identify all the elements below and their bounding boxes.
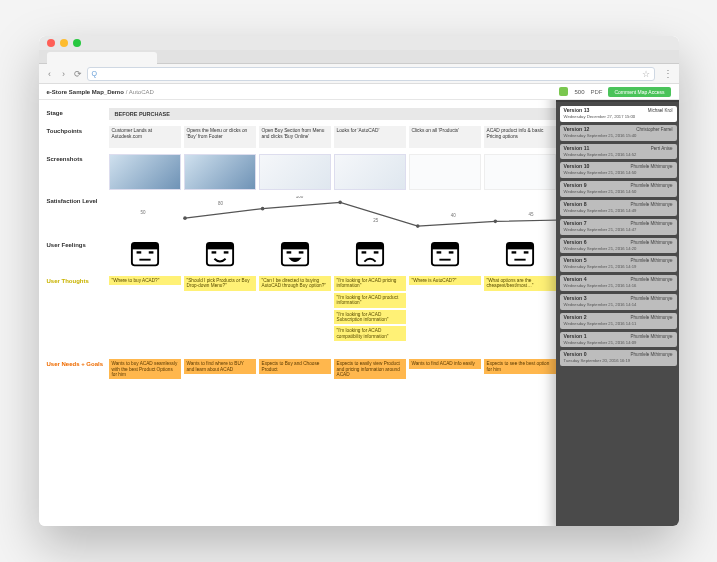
- back-icon[interactable]: ‹: [45, 69, 55, 79]
- svg-rect-29: [523, 251, 528, 253]
- svg-rect-24: [436, 251, 441, 253]
- share-button[interactable]: Comment Map Access: [608, 87, 670, 97]
- version-item[interactable]: Version 5Phumlele MthimunyeWednesday Sep…: [560, 256, 677, 272]
- row-label-satisfaction: Satisfaction Level: [47, 196, 109, 205]
- thought-sticky[interactable]: "I'm looking for ACAD product informatio…: [334, 293, 406, 308]
- svg-point-0: [183, 216, 187, 220]
- touchpoint-card[interactable]: Customer Lands at Autodesk.com: [109, 126, 181, 148]
- browser-tabbar: [39, 50, 679, 64]
- row-label-touchpoints: Touchpoints: [47, 126, 109, 135]
- svg-point-2: [338, 201, 342, 205]
- need-sticky[interactable]: Expects to Buy and Choose Product: [259, 359, 331, 374]
- screenshot-thumbnail[interactable]: [184, 154, 256, 190]
- browser-tab[interactable]: [47, 52, 157, 64]
- row-label-screenshots: Screenshots: [47, 154, 109, 163]
- address-bar[interactable]: Q ☆: [87, 67, 655, 81]
- thought-sticky[interactable]: "Should I pick Products or Buy Drop-down…: [184, 276, 256, 291]
- svg-rect-12: [211, 251, 216, 253]
- versioning-panel: Map Versioning × 11 ★ ⚙ Version 13Michae…: [556, 100, 679, 526]
- version-item[interactable]: Version 4Phumlele MthimunyeWednesday Sep…: [560, 275, 677, 291]
- svg-rect-8: [136, 251, 141, 253]
- forward-icon[interactable]: ›: [59, 69, 69, 79]
- feeling-face-icon[interactable]: [484, 240, 556, 270]
- row-label-needs: User Needs + Goals: [47, 359, 109, 368]
- version-item[interactable]: Version 0Phumlele MthimunyeTuesday Septe…: [560, 350, 677, 366]
- screenshot-thumbnail[interactable]: [259, 154, 331, 190]
- screenshot-thumbnail[interactable]: [334, 154, 406, 190]
- need-sticky[interactable]: Wants to find where to BUY and learn abo…: [184, 359, 256, 374]
- version-item[interactable]: Version 3Phumlele MthimunyeWednesday Sep…: [560, 294, 677, 310]
- version-item[interactable]: Version 6Phumlele MthimunyeWednesday Sep…: [560, 238, 677, 254]
- touchpoint-card[interactable]: Clicks on all 'Products': [409, 126, 481, 148]
- svg-rect-21: [373, 251, 378, 253]
- chart-value-label: 80: [218, 201, 223, 206]
- screenshot-thumbnail[interactable]: [409, 154, 481, 190]
- svg-rect-11: [206, 243, 232, 250]
- svg-rect-9: [148, 251, 153, 253]
- breadcrumb-page[interactable]: / AutoCAD: [126, 89, 154, 95]
- svg-rect-17: [298, 251, 303, 253]
- browser-toolbar: ‹ › ⟳ Q ☆ ⋮: [39, 64, 679, 84]
- need-sticky[interactable]: Wants to find ACAD info easily: [409, 359, 481, 368]
- window-close-icon[interactable]: [47, 39, 55, 47]
- journey-map-canvas[interactable]: Stage BEFORE PURCHASE Touchpoints Custom…: [39, 100, 679, 526]
- feeling-face-icon[interactable]: [409, 240, 481, 270]
- need-sticky[interactable]: Expects to easily view Product and prici…: [334, 359, 406, 379]
- browser-menu-icon[interactable]: ⋮: [663, 68, 673, 79]
- window-titlebar: [39, 36, 679, 50]
- need-sticky[interactable]: Expects to see the best option for him: [484, 359, 556, 374]
- row-label-feelings: User Feelings: [47, 240, 109, 249]
- svg-point-3: [415, 224, 419, 228]
- chart-value-label: 50: [141, 210, 146, 215]
- thought-sticky[interactable]: "I'm looking for ACAD Subscription infor…: [334, 310, 406, 325]
- thought-sticky[interactable]: "I'm looking for ACAD pricing informatio…: [334, 276, 406, 291]
- feeling-face-icon[interactable]: [109, 240, 181, 270]
- touchpoint-card[interactable]: Looks for 'AutoCAD': [334, 126, 406, 148]
- version-item[interactable]: Version 1Phumlele MthimunyeWednesday Sep…: [560, 332, 677, 348]
- window-zoom-icon[interactable]: [73, 39, 81, 47]
- row-label-thoughts: User Thoughts: [47, 276, 109, 285]
- svg-point-1: [260, 207, 264, 211]
- user-count: 500: [574, 89, 584, 95]
- version-item[interactable]: Version 11Perri AniseWednesday September…: [560, 144, 677, 160]
- browser-window: ‹ › ⟳ Q ☆ ⋮ e-Store Sample Map_Demo / Au…: [39, 36, 679, 526]
- chart-value-label: 40: [451, 213, 456, 218]
- page-header: e-Store Sample Map_Demo / AutoCAD 500 PD…: [39, 84, 679, 100]
- chart-value-label: 45: [528, 212, 533, 217]
- touchpoint-card[interactable]: Open Buy Section from Menu and clicks 'B…: [259, 126, 331, 148]
- svg-rect-28: [511, 251, 516, 253]
- version-item[interactable]: Version 13Michael KrolWednesday December…: [560, 106, 677, 122]
- thought-sticky[interactable]: "Where is AutoCAD?": [409, 276, 481, 285]
- breadcrumb-project[interactable]: e-Store Sample Map_Demo: [47, 89, 124, 95]
- version-item[interactable]: Version 7Phumlele MthimunyeWednesday Sep…: [560, 219, 677, 235]
- feeling-face-icon[interactable]: [184, 240, 256, 270]
- chart-value-label: 100: [296, 196, 304, 199]
- touchpoint-card[interactable]: ACAD product info & basic Pricing option…: [484, 126, 556, 148]
- svg-rect-19: [356, 243, 382, 250]
- need-sticky[interactable]: Wants to buy ACAD seamlessly with the be…: [109, 359, 181, 379]
- row-label-stage: Stage: [47, 108, 109, 117]
- svg-rect-13: [223, 251, 228, 253]
- svg-rect-23: [431, 243, 457, 250]
- version-item[interactable]: Version 8Phumlele MthimunyeWednesday Sep…: [560, 200, 677, 216]
- thought-sticky[interactable]: "Can I be directed to buying AutoCAD thr…: [259, 276, 331, 291]
- version-item[interactable]: Version 2Phumlele MthimunyeWednesday Sep…: [560, 313, 677, 329]
- thought-sticky[interactable]: "What options are the cheapest/best/most…: [484, 276, 556, 291]
- thought-sticky[interactable]: "I'm looking for ACAD compatibility info…: [334, 326, 406, 341]
- feeling-face-icon[interactable]: [334, 240, 406, 270]
- screenshot-thumbnail[interactable]: [109, 154, 181, 190]
- pdf-export-button[interactable]: PDF: [590, 89, 602, 95]
- thought-sticky[interactable]: "Where to buy ACAD?": [109, 276, 181, 285]
- feeling-face-icon[interactable]: [259, 240, 331, 270]
- touchpoint-card[interactable]: Opens the Menu or clicks on 'Buy' from F…: [184, 126, 256, 148]
- window-minimize-icon[interactable]: [60, 39, 68, 47]
- reload-icon[interactable]: ⟳: [73, 69, 83, 79]
- presence-avatar[interactable]: [559, 87, 568, 96]
- svg-rect-25: [448, 251, 453, 253]
- version-item[interactable]: Version 10Phumlele MthimunyeWednesday Se…: [560, 162, 677, 178]
- screenshot-thumbnail[interactable]: [484, 154, 556, 190]
- bookmark-icon[interactable]: ☆: [642, 69, 650, 79]
- address-bar-text: Q: [92, 70, 97, 77]
- version-item[interactable]: Version 12Christopher FarrelWednesday Se…: [560, 125, 677, 141]
- version-item[interactable]: Version 9Phumlele MthimunyeWednesday Sep…: [560, 181, 677, 197]
